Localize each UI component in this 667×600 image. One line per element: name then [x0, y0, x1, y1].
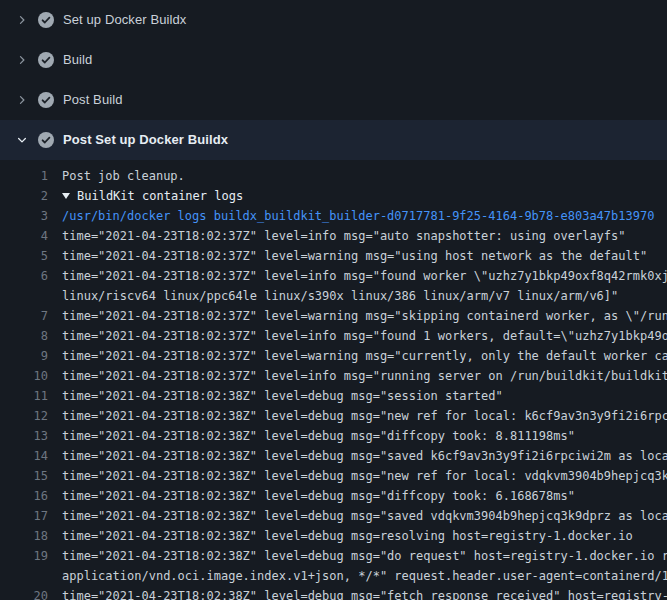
- log-rows: 1Post job cleanup.2BuildKit container lo…: [0, 166, 667, 600]
- line-number[interactable]: 20: [0, 586, 62, 600]
- log-line-9: 9time="2021-04-23T18:02:37Z" level=warni…: [0, 346, 667, 366]
- line-number[interactable]: 1: [0, 166, 62, 186]
- log-text: Post job cleanup.: [62, 169, 185, 183]
- log-line-10: 10time="2021-04-23T18:02:37Z" level=info…: [0, 366, 667, 386]
- log-text: time="2021-04-23T18:02:38Z" level=debug …: [62, 389, 503, 403]
- log-line-14: 14time="2021-04-23T18:02:38Z" level=debu…: [0, 446, 667, 466]
- log-line-17: 17time="2021-04-23T18:02:38Z" level=debu…: [0, 506, 667, 526]
- step-build[interactable]: Build: [0, 40, 667, 80]
- line-number[interactable]: 7: [0, 306, 62, 326]
- log-text: time="2021-04-23T18:02:37Z" level=info m…: [62, 329, 667, 343]
- line-number[interactable]: 6: [0, 266, 62, 286]
- log-text: time="2021-04-23T18:02:38Z" level=debug …: [62, 529, 633, 543]
- step-post-build[interactable]: Post Build: [0, 80, 667, 120]
- line-number[interactable]: 8: [0, 326, 62, 346]
- check-circle-icon: [38, 132, 54, 148]
- log-text: linux/riscv64 linux/ppc64le linux/s390x …: [62, 289, 618, 303]
- actions-log-viewer: Set up Docker Buildx Build Post Build: [0, 0, 667, 600]
- log-panel: 1Post job cleanup.2BuildKit container lo…: [0, 160, 667, 600]
- chevron-right-icon: [14, 92, 30, 108]
- line-number[interactable]: 19: [0, 546, 62, 566]
- line-number[interactable]: 10: [0, 366, 62, 386]
- line-number[interactable]: 2: [0, 186, 62, 206]
- log-text: time="2021-04-23T18:02:38Z" level=debug …: [62, 449, 667, 463]
- line-number[interactable]: 3: [0, 206, 62, 226]
- step-set-up-docker-buildx[interactable]: Set up Docker Buildx: [0, 0, 667, 40]
- log-group-label: BuildKit container logs: [77, 189, 243, 203]
- triangle-down-icon: [62, 193, 70, 199]
- log-line-4: 4time="2021-04-23T18:02:37Z" level=info …: [0, 226, 667, 246]
- step-label: Set up Docker Buildx: [63, 12, 186, 28]
- line-number[interactable]: 9: [0, 346, 62, 366]
- log-line-16: 16time="2021-04-23T18:02:38Z" level=debu…: [0, 486, 667, 506]
- log-text: time="2021-04-23T18:02:38Z" level=debug …: [62, 409, 667, 423]
- step-list: Set up Docker Buildx Build Post Build: [0, 0, 667, 160]
- log-text: time="2021-04-23T18:02:38Z" level=debug …: [62, 489, 575, 503]
- line-number[interactable]: 17: [0, 506, 62, 526]
- log-line-2[interactable]: 2BuildKit container logs: [0, 186, 667, 206]
- log-text: time="2021-04-23T18:02:38Z" level=debug …: [62, 469, 667, 483]
- chevron-down-icon: [14, 132, 30, 148]
- line-number[interactable]: 13: [0, 426, 62, 446]
- step-label: Post Set up Docker Buildx: [63, 132, 228, 148]
- log-text: time="2021-04-23T18:02:37Z" level=info m…: [62, 269, 667, 283]
- log-line-continuation: application/vnd.oci.image.index.v1+json,…: [0, 566, 667, 586]
- line-number[interactable]: 11: [0, 386, 62, 406]
- log-line-19: 19time="2021-04-23T18:02:38Z" level=debu…: [0, 546, 667, 566]
- log-text: time="2021-04-23T18:02:37Z" level=info m…: [62, 229, 626, 243]
- log-line-11: 11time="2021-04-23T18:02:38Z" level=debu…: [0, 386, 667, 406]
- log-line-12: 12time="2021-04-23T18:02:38Z" level=debu…: [0, 406, 667, 426]
- log-text: time="2021-04-23T18:02:37Z" level=warnin…: [62, 249, 647, 263]
- chevron-right-icon: [14, 52, 30, 68]
- log-text: time="2021-04-23T18:02:37Z" level=warnin…: [62, 349, 667, 363]
- log-line-7: 7time="2021-04-23T18:02:37Z" level=warni…: [0, 306, 667, 326]
- line-number[interactable]: 15: [0, 466, 62, 486]
- log-line-13: 13time="2021-04-23T18:02:38Z" level=debu…: [0, 426, 667, 446]
- check-circle-icon: [38, 52, 54, 68]
- check-circle-icon: [38, 12, 54, 28]
- log-text: time="2021-04-23T18:02:38Z" level=debug …: [62, 549, 667, 563]
- log-line-3: 3/usr/bin/docker logs buildx_buildkit_bu…: [0, 206, 667, 226]
- log-text: time="2021-04-23T18:02:38Z" level=debug …: [62, 589, 667, 600]
- log-line-15: 15time="2021-04-23T18:02:38Z" level=debu…: [0, 466, 667, 486]
- line-number[interactable]: 4: [0, 226, 62, 246]
- step-label: Post Build: [63, 92, 123, 108]
- log-line-continuation: linux/riscv64 linux/ppc64le linux/s390x …: [0, 286, 667, 306]
- line-number[interactable]: 12: [0, 406, 62, 426]
- log-text: time="2021-04-23T18:02:37Z" level=info m…: [62, 369, 667, 383]
- log-text: application/vnd.oci.image.index.v1+json,…: [62, 569, 667, 583]
- log-line-1: 1Post job cleanup.: [0, 166, 667, 186]
- log-line-18: 18time="2021-04-23T18:02:38Z" level=debu…: [0, 526, 667, 546]
- line-number[interactable]: 5: [0, 246, 62, 266]
- log-line-20: 20time="2021-04-23T18:02:38Z" level=debu…: [0, 586, 667, 600]
- log-text: time="2021-04-23T18:02:38Z" level=debug …: [62, 509, 667, 523]
- log-line-5: 5time="2021-04-23T18:02:37Z" level=warni…: [0, 246, 667, 266]
- check-circle-icon: [38, 92, 54, 108]
- chevron-right-icon: [14, 12, 30, 28]
- line-number[interactable]: 16: [0, 486, 62, 506]
- line-number[interactable]: 18: [0, 526, 62, 546]
- log-text: time="2021-04-23T18:02:37Z" level=warnin…: [62, 309, 667, 323]
- log-text: time="2021-04-23T18:02:38Z" level=debug …: [62, 429, 575, 443]
- step-label: Build: [63, 52, 92, 68]
- log-line-6: 6time="2021-04-23T18:02:37Z" level=info …: [0, 266, 667, 286]
- log-command-text: /usr/bin/docker logs buildx_buildkit_bui…: [62, 209, 654, 223]
- log-line-8: 8time="2021-04-23T18:02:37Z" level=info …: [0, 326, 667, 346]
- step-post-set-up-docker-buildx[interactable]: Post Set up Docker Buildx: [0, 120, 667, 160]
- line-number[interactable]: 14: [0, 446, 62, 466]
